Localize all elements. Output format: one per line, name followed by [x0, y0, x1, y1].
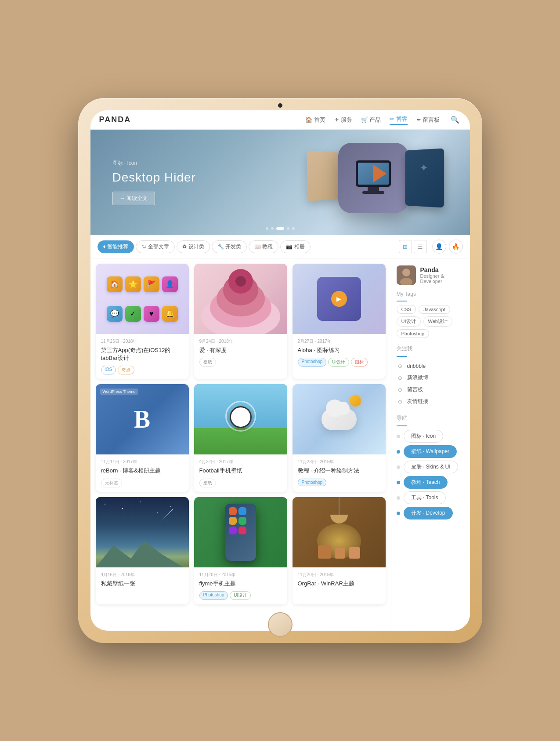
- key-bell: 🔔: [162, 306, 178, 322]
- card-9-title[interactable]: OrgRar · WinRAR主题: [298, 580, 380, 588]
- tag-webdesign[interactable]: Web设计: [423, 316, 452, 327]
- tag-ui-8[interactable]: UI设计: [230, 591, 251, 600]
- banner-dot-5[interactable]: [292, 227, 295, 230]
- list-view-button[interactable]: ☰: [414, 240, 427, 253]
- tag-none-4: 无标签: [101, 479, 122, 487]
- ipad-screen: PANDA 🏠 首页 ✈ 服务 🛒 产品 ✏ 博客 ✒ 留言板 🔍 图标 · I…: [90, 110, 470, 631]
- card-7-thumbnail: [96, 497, 189, 567]
- tag-icon-3[interactable]: 图标: [351, 358, 368, 367]
- card-2-title[interactable]: 爱 · 有深度: [199, 346, 282, 354]
- night-sky-bg: [96, 497, 189, 567]
- banner-dot-1[interactable]: [266, 227, 268, 230]
- nav-guestbook[interactable]: ✒ 留言板: [416, 116, 440, 124]
- tag-ps-8[interactable]: Photoshop: [199, 591, 228, 600]
- nav-item-teach[interactable]: 教程 · Teach: [404, 476, 448, 489]
- follow-guestbook[interactable]: ⊙ 留言板: [397, 384, 465, 396]
- tags-section: My Tags CSS Javascript UI设计 Web设计 Photos…: [397, 291, 465, 338]
- user-profile: Panda Designer & Developer: [397, 265, 465, 285]
- card-4: WordPress Theme B 11月11日 · 2017年 reBorn …: [96, 384, 189, 491]
- card-4-thumbnail: WordPress Theme B: [96, 384, 189, 454]
- star-3: [140, 501, 141, 502]
- blogo-container: B: [96, 384, 189, 454]
- nav-blog[interactable]: ✏ 博客: [390, 115, 408, 125]
- tag-ps-6[interactable]: Photoshop: [298, 479, 327, 486]
- filter-all[interactable]: 🗂 全部文章: [136, 240, 175, 253]
- nav-item-tools[interactable]: 工具 · Tools: [404, 491, 446, 504]
- card-8-info: 11月20日 · 2015年 flyme手机主题 Photoshop UI设计: [194, 567, 287, 604]
- tag-ios[interactable]: iOS: [101, 366, 116, 374]
- weibo-icon: ⊙: [397, 374, 404, 381]
- card-7: 4月16日 · 2016年 私藏壁纸一张: [96, 497, 189, 604]
- card-1-tags: iOS 奇点: [101, 366, 184, 374]
- tag-javascript[interactable]: Javascript: [419, 305, 450, 314]
- banner-dot-3[interactable]: [276, 227, 284, 230]
- key-msg: 💬: [107, 306, 123, 322]
- card-6-date: 11月28日 · 2015年: [298, 459, 380, 465]
- card-8: 11月20日 · 2015年 flyme手机主题 Photoshop UI设计: [194, 497, 287, 604]
- nav-home[interactable]: 🏠 首页: [305, 116, 325, 124]
- box-1: [318, 545, 331, 559]
- navigation-bar: PANDA 🏠 首页 ✈ 服务 🛒 产品 ✏ 博客 ✒ 留言板 🔍: [90, 110, 470, 130]
- filter-tutorial[interactable]: 📖 教程: [249, 240, 278, 253]
- user-avatar: [397, 265, 416, 285]
- nav-item-wallpaper[interactable]: 壁纸 · Wallpaper: [404, 445, 457, 458]
- user-avatar-image: [397, 265, 416, 285]
- follow-dribbble[interactable]: ⊙ dribbble: [397, 360, 465, 372]
- tags-divider: [397, 301, 407, 301]
- nav-item-skins[interactable]: 皮肤 · Skins & UI: [404, 461, 458, 473]
- nav-item-develop[interactable]: 开发 · Develop: [404, 507, 453, 519]
- home-button[interactable]: [268, 612, 293, 637]
- banner-dot-4[interactable]: [287, 227, 289, 230]
- boxes-row: [318, 545, 360, 559]
- card-5-title[interactable]: Football手机壁纸: [199, 467, 282, 475]
- filmstrip-icon: ▶: [317, 277, 361, 321]
- user-profile-button[interactable]: 👤: [432, 240, 446, 254]
- phone-app-5: [229, 527, 237, 534]
- card-3: ▶ 2月27日 · 2017年 Aloha · 图标练习 Photoshop U…: [293, 264, 386, 379]
- nav-dot-wallpaper: [397, 450, 400, 454]
- follow-friendlinks[interactable]: ⊙ 友情链接: [397, 396, 465, 407]
- tag-css[interactable]: CSS: [397, 305, 416, 314]
- card-3-title[interactable]: Aloha · 图标练习: [298, 346, 380, 354]
- lamp-head: [330, 515, 348, 523]
- follow-weibo[interactable]: ⊙ 新浪微博: [397, 372, 465, 384]
- card-1-title[interactable]: 第三方App(奇点)在iOS12的tabBar设计: [101, 346, 184, 362]
- search-button[interactable]: 🔍: [449, 114, 461, 126]
- nav-dot-icon: [397, 435, 400, 438]
- hero-read-more-button[interactable]: → 阅读全文: [112, 192, 155, 205]
- nav-product[interactable]: 🛒 产品: [361, 116, 381, 124]
- card-4-title[interactable]: reBorn · 博客&相册主题: [101, 467, 184, 475]
- filter-smart[interactable]: ♦ 智能推荐: [98, 240, 134, 253]
- lamp-scene: [293, 497, 386, 567]
- filter-album[interactable]: 📷 相册: [280, 240, 310, 253]
- key-heart: ♥: [144, 306, 159, 322]
- banner-dot-2[interactable]: [271, 227, 274, 230]
- card-6-title[interactable]: 教程 · 介绍一种绘制方法: [298, 467, 380, 475]
- card-8-title[interactable]: flyme手机主题: [199, 580, 282, 588]
- filter-dev[interactable]: 🔧 开发类: [212, 240, 247, 253]
- tag-wallpaper-5[interactable]: 壁纸: [199, 479, 216, 487]
- tag-wallpaper-2[interactable]: 壁纸: [199, 358, 216, 367]
- tag-uidesign[interactable]: UI设计: [397, 316, 421, 327]
- filter-design[interactable]: ✿ 设计类: [177, 240, 210, 253]
- user-role: Designer & Developer: [420, 273, 465, 284]
- svg-point-15: [402, 269, 410, 276]
- tag-qidian[interactable]: 奇点: [118, 366, 134, 374]
- monitor-svg: [349, 158, 397, 198]
- fire-button[interactable]: 🔥: [449, 240, 463, 254]
- card-5: 4月22日 · 2017年 Football手机壁纸 壁纸: [194, 384, 287, 491]
- nav-tools-wrapper: 工具 · Tools: [397, 491, 465, 504]
- key-user: 👤: [162, 276, 178, 292]
- card-8-date: 11月20日 · 2015年: [199, 572, 282, 578]
- nav-item-icon[interactable]: 图标 · Icon: [404, 430, 444, 443]
- phone-device-icon: [225, 504, 256, 561]
- tag-photoshop[interactable]: Photoshop: [397, 329, 430, 338]
- card-7-title[interactable]: 私藏壁纸一张: [101, 580, 184, 588]
- tag-ps-3[interactable]: Photoshop: [298, 358, 327, 367]
- football-ground: [194, 428, 287, 454]
- grid-view-button[interactable]: ⊞: [399, 240, 412, 253]
- tag-ui-3[interactable]: UI设计: [328, 358, 349, 367]
- cloud-bump-2: [336, 402, 350, 415]
- nav-service[interactable]: ✈ 服务: [334, 116, 352, 124]
- box-2: [335, 548, 345, 559]
